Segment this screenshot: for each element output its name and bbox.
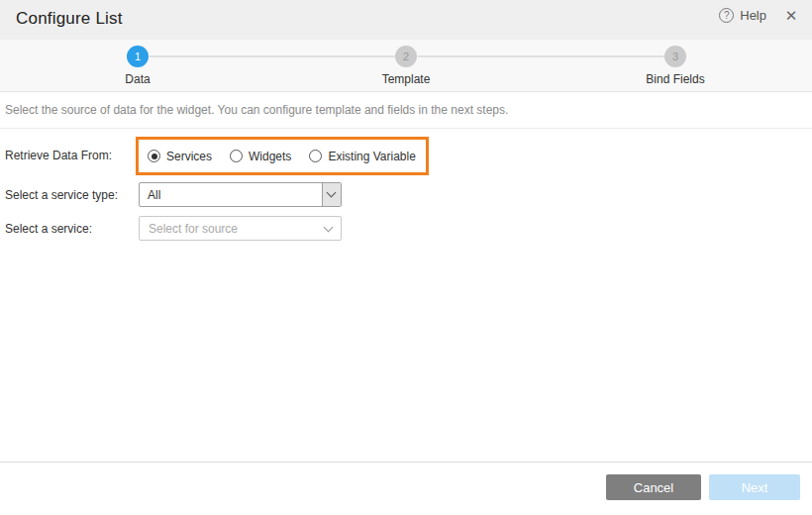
step-description: Select the source of data for the widget… — [5, 103, 508, 117]
description-band: Select the source of data for the widget… — [0, 93, 812, 129]
radio-widgets[interactable]: Widgets — [230, 150, 291, 163]
radio-services-circle[interactable] — [148, 150, 160, 162]
cancel-button[interactable]: Cancel — [606, 474, 701, 500]
step-label-bind-fields: Bind Fields — [646, 72, 704, 86]
retrieve-data-from-label: Retrieve Data From: — [5, 149, 112, 162]
service-type-selected-value: All — [148, 188, 160, 202]
step-circle-data[interactable]: 1 — [127, 46, 149, 67]
radio-existing-variable-circle[interactable] — [309, 150, 322, 162]
radio-services-label: Services — [166, 150, 212, 163]
radio-services[interactable]: Services — [148, 150, 212, 163]
help-button[interactable]: ? Help — [719, 8, 766, 23]
service-select-placeholder: Select for source — [149, 222, 238, 236]
service-type-dropdown-button[interactable] — [322, 183, 341, 206]
configure-list-dialog: Configure List ? Help ✕ 1 2 3 Data Templ… — [0, 0, 812, 515]
stepper-connector — [150, 55, 395, 57]
service-type-select[interactable]: All — [139, 182, 342, 207]
radio-widgets-circle[interactable] — [230, 150, 243, 162]
help-label[interactable]: Help — [740, 8, 766, 23]
step-label-template: Template — [382, 72, 431, 86]
dialog-title: Configure List — [16, 9, 123, 29]
retrieve-data-radio-group-highlight: Services Widgets Existing Variable — [136, 137, 429, 175]
step-circle-template[interactable]: 2 — [395, 46, 417, 67]
radio-existing-variable[interactable]: Existing Variable — [309, 150, 416, 163]
radio-existing-variable-label: Existing Variable — [328, 150, 416, 163]
step-circle-bind-fields[interactable]: 3 — [664, 46, 686, 67]
title-bar: Configure List ? Help ✕ — [0, 0, 812, 40]
help-icon[interactable]: ? — [719, 8, 734, 23]
service-type-label: Select a service type: — [5, 188, 118, 202]
radio-widgets-label: Widgets — [249, 150, 291, 163]
wizard-stepper: 1 2 3 Data Template Bind Fields — [0, 40, 812, 92]
next-button[interactable]: Next — [709, 474, 800, 500]
chevron-down-icon — [327, 188, 337, 198]
stepper-connector — [418, 55, 664, 57]
footer-bar: Cancel Next — [0, 463, 812, 515]
close-icon[interactable]: ✕ — [782, 7, 800, 25]
step-label-data: Data — [125, 72, 150, 86]
service-select[interactable]: Select for source — [139, 216, 342, 241]
service-label: Select a service: — [5, 222, 92, 236]
chevron-down-icon — [324, 223, 334, 233]
